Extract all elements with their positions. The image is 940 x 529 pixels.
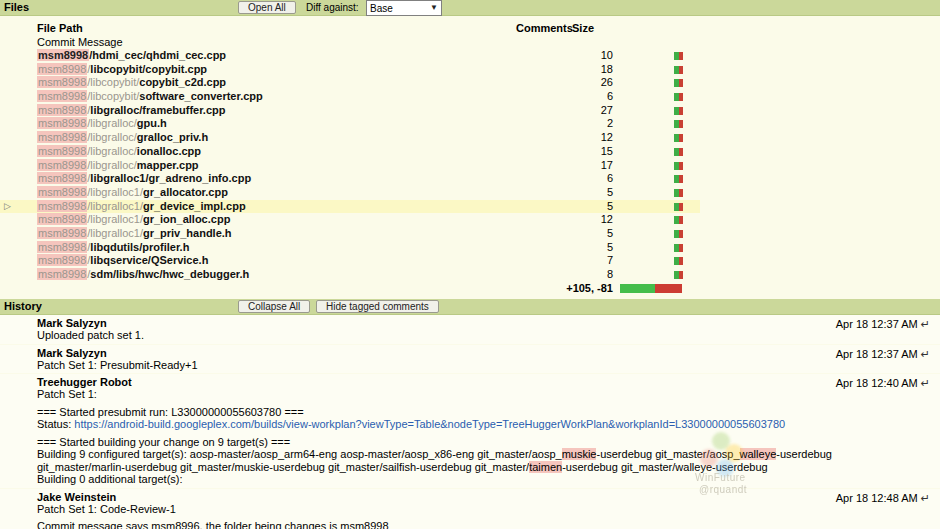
file-path-name: libgralloc1/gr_adreno_info.cpp — [90, 172, 251, 184]
hide-tagged-comments-button[interactable]: Hide tagged comments — [316, 300, 439, 313]
history-timestamp-text: Apr 18 12:37 AM — [836, 348, 918, 360]
history-text: === Started building your change on 9 ta… — [37, 436, 290, 448]
file-row[interactable]: msm8998/libcopybit/copybit_c2d.cpp 26 — [0, 76, 700, 90]
total-diff-label: +105, -81 — [516, 282, 613, 295]
file-row[interactable]: msm8998/libgralloc/framebuffer.cpp 27 — [0, 104, 700, 118]
file-path-link[interactable]: msm8998/libgralloc1/gr_adreno_info.cpp — [37, 172, 251, 186]
commit-message-link[interactable]: Commit Message — [37, 36, 123, 48]
file-path-link[interactable]: msm8998/libgralloc/gralloc_priv.h — [37, 131, 208, 145]
build-status-link[interactable]: https://android-build.googleplex.com/bui… — [74, 418, 785, 430]
file-path-name: libqservice/QService.h — [90, 254, 208, 266]
file-row[interactable]: msm8998/libgralloc1/gr_ion_alloc.cpp 12 — [0, 213, 700, 227]
diff-against-select[interactable]: Base — [367, 1, 441, 15]
history-text: Patch Set 1: — [37, 388, 97, 400]
file-table-column-headers: File Path Comments Size — [0, 15, 700, 36]
collapse-all-button[interactable]: Collapse All — [238, 300, 310, 313]
file-row[interactable]: msm8998/libcopybit/copybit.cpp 18 — [0, 63, 700, 77]
history-timestamp-text: Apr 18 12:48 AM — [836, 492, 918, 504]
diff-against-select-wrap: Base ▼ — [366, 0, 442, 16]
file-path-link[interactable]: msm8998/libgralloc1/gr_allocator.cpp — [37, 186, 228, 200]
file-path-link[interactable]: msm8998/libgralloc/ionalloc.cpp — [37, 145, 201, 159]
file-row[interactable]: msm8998/sdm/libs/hwc/hwc_debugger.h 8 — [0, 268, 700, 282]
history-message-line: Building 9 configured target(s): aosp-ma… — [37, 448, 912, 473]
file-row[interactable]: msm8998/libqdutils/profiler.h 5 — [0, 241, 700, 255]
file-path-common-prefix: /libgralloc1/ — [87, 200, 143, 212]
file-path-name: /hdmi_cec/qhdmi_cec.cpp — [89, 49, 226, 61]
file-comments-count: 6 — [516, 172, 613, 186]
file-row[interactable]: msm8998/libgralloc1/gr_allocator.cpp 5 — [0, 186, 700, 200]
file-comments-count: 18 — [516, 63, 613, 77]
column-header-size: Size — [572, 22, 594, 34]
file-deletions-bar — [679, 134, 683, 142]
file-path-link[interactable]: msm8998/libqdutils/profiler.h — [37, 241, 189, 255]
history-entry: Treehugger Robot Apr 18 12:40 AM ↵ Patch… — [0, 374, 940, 488]
file-row[interactable]: msm8998/libgralloc/gpu.h 2 — [0, 117, 700, 131]
file-path-link[interactable]: msm8998/libgralloc1/gr_priv_handle.h — [37, 227, 232, 241]
file-path-common-prefix: /libgralloc1/ — [87, 227, 143, 239]
file-path-common-prefix: /libgralloc1/ — [87, 213, 143, 225]
file-path-link[interactable]: msm8998/libcopybit/software_converter.cp… — [37, 90, 263, 104]
file-comments-count: 5 — [516, 227, 613, 241]
search-match-highlight: msm8998 — [37, 104, 87, 116]
file-size-bar — [674, 148, 683, 156]
file-deletions-bar — [679, 66, 683, 74]
permalink-icon[interactable]: ↵ — [921, 348, 930, 360]
file-path-common-prefix: /libcopybit/ — [87, 76, 139, 88]
file-comments-count: 5 — [516, 200, 613, 214]
search-match-highlight: msm8998 — [37, 213, 87, 225]
file-path-link[interactable]: msm8998/libgralloc/mapper.cpp — [37, 159, 199, 173]
permalink-icon[interactable]: ↵ — [921, 318, 930, 330]
file-path-common-prefix: /libgralloc/ — [87, 131, 137, 143]
history-timestamp-text: Apr 18 12:40 AM — [836, 377, 918, 389]
history-message-line: Patch Set 1: — [37, 388, 912, 401]
file-row[interactable]: msm8998/libcopybit/software_converter.cp… — [0, 90, 700, 104]
search-match-highlight: msm8998 — [37, 63, 87, 75]
file-row[interactable]: msm8998/hdmi_cec/qhdmi_cec.cpp 10 — [0, 49, 700, 63]
file-deletions-bar — [679, 244, 683, 252]
file-path-name: libqdutils/profiler.h — [90, 241, 189, 253]
file-comments-count: 7 — [516, 254, 613, 268]
file-path-link[interactable]: msm8998/libgralloc/framebuffer.cpp — [37, 104, 225, 118]
file-row[interactable]: msm8998/libqservice/QService.h 7 — [0, 254, 700, 268]
file-path-common-prefix: /libcopybit/ — [87, 90, 139, 102]
file-row[interactable]: msm8998/libgralloc/mapper.cpp 17 — [0, 159, 700, 173]
gerrit-change-screen: Files Open All Diff against: Base ▼ File… — [0, 0, 940, 529]
permalink-icon[interactable]: ↵ — [921, 377, 930, 389]
history-text: Patch Set 1: Presubmit-Ready+1 — [37, 359, 198, 371]
permalink-icon[interactable]: ↵ — [921, 492, 930, 504]
file-deletions-bar — [679, 52, 683, 60]
history-message-line: Uploaded patch set 1. — [37, 329, 912, 342]
file-path-common-prefix: /libgralloc/ — [87, 145, 137, 157]
file-path-link[interactable]: msm8998/libgralloc/gpu.h — [37, 117, 167, 131]
history-text: Uploaded patch set 1. — [37, 329, 144, 341]
file-deletions-bar — [679, 107, 683, 115]
history-text: === Started presubmit run: L330000000556… — [37, 406, 304, 418]
file-path-common-prefix: /libgralloc1/ — [87, 186, 143, 198]
search-match-highlight: msm8998 — [37, 90, 87, 102]
file-path-link[interactable]: msm8998/libgralloc1/gr_ion_alloc.cpp — [37, 213, 230, 227]
search-match-highlight: taimen — [529, 461, 562, 473]
history-author: Mark Salyzyn — [37, 317, 940, 329]
history-timestamp: Apr 18 12:48 AM ↵ — [836, 492, 930, 505]
file-row[interactable]: ▷ msm8998/libgralloc1/gr_device_impl.cpp… — [0, 200, 700, 214]
file-path-link[interactable]: msm8998/libcopybit/copybit_c2d.cpp — [37, 76, 226, 90]
diff-against-label: Diff against: — [306, 2, 359, 13]
file-size-bar — [674, 162, 683, 170]
search-match-highlight: msm8998 — [37, 241, 87, 253]
file-path-link[interactable]: msm8998/libcopybit/copybit.cpp — [37, 63, 207, 77]
file-row[interactable]: msm8998/libgralloc1/gr_priv_handle.h 5 — [0, 227, 700, 241]
history-text: -userdebug git_master/walleye-userdebug — [562, 461, 767, 473]
file-path-link[interactable]: msm8998/hdmi_cec/qhdmi_cec.cpp — [37, 49, 226, 63]
file-row[interactable]: msm8998/libgralloc/gralloc_priv.h 12 — [0, 131, 700, 145]
file-size-bar — [674, 134, 683, 142]
file-row[interactable]: msm8998/libgralloc1/gr_adreno_info.cpp 6 — [0, 172, 700, 186]
open-all-button[interactable]: Open All — [238, 1, 296, 14]
file-row[interactable]: msm8998/libgralloc/ionalloc.cpp 15 — [0, 145, 700, 159]
file-path-link[interactable]: msm8998/libqservice/QService.h — [37, 254, 208, 268]
commit-message-row[interactable]: Commit Message — [0, 36, 700, 49]
file-path-link[interactable]: msm8998/sdm/libs/hwc/hwc_debugger.h — [37, 268, 249, 282]
file-size-bar — [674, 52, 683, 60]
history-timestamp: Apr 18 12:37 AM ↵ — [836, 348, 930, 361]
history-section-header: History Collapse All Hide tagged comment… — [0, 299, 940, 315]
file-path-link[interactable]: msm8998/libgralloc1/gr_device_impl.cpp — [37, 200, 246, 214]
